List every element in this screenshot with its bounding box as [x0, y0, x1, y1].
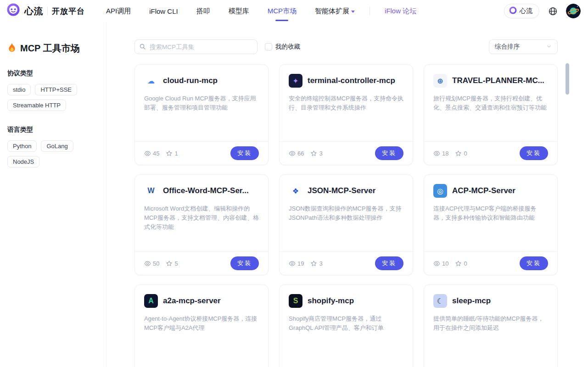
filter-tag-golang[interactable]: GoLang: [41, 140, 73, 152]
filter-sidebar: MCP 工具市场 协议类型 stdioHTTP+SSEStreamable HT…: [0, 22, 106, 367]
filter-tag-nodejs[interactable]: NodeJS: [7, 156, 39, 167]
chevron-down-icon: [546, 44, 552, 50]
mcp-card-name: cloud-run-mcp: [163, 76, 218, 85]
mcp-card-description: 连接ACP代理与MCP客户端的桥接服务器，支持多种传输协议和智能路由功能: [433, 204, 548, 222]
mcp-card-terminal-controller-mcp[interactable]: ✦ terminal-controller-mcp 安全的终端控制器MCP服务器…: [279, 64, 413, 165]
mcp-card-description: JSON数据查询和操作的MCP服务器，支持JSONPath语法和多种数据处理操作: [289, 204, 403, 222]
office-word-logo-icon: W: [144, 184, 158, 198]
nav-item-label: API调用: [106, 7, 131, 16]
install-button[interactable]: 安装: [520, 146, 548, 160]
stars-stat[interactable]: 0: [455, 260, 467, 267]
iflow-account-button[interactable]: 心流: [504, 4, 539, 18]
stars-stat[interactable]: 5: [166, 260, 178, 267]
install-button[interactable]: 安装: [375, 256, 403, 270]
sort-dropdown[interactable]: 综合排序: [489, 39, 558, 54]
install-button[interactable]: 安装: [520, 256, 548, 270]
nav-item-label: MCP市场: [268, 7, 297, 16]
favorites-label: 我的收藏: [275, 43, 300, 51]
brand-divider: [47, 7, 48, 15]
mcp-card-sleep-mcp[interactable]: ☾ sleep-mcp 提供简单的睡眠/等待功能的MCP服务器，用于在操作之间添…: [424, 284, 558, 367]
views-stat: 10: [433, 260, 448, 267]
terminal-controller-logo-icon: ✦: [289, 74, 302, 88]
mcp-card-acp-mcp-server[interactable]: ◎ ACP-MCP-Server 连接ACP代理与MCP客户端的桥接服务器，支持…: [424, 174, 558, 275]
mcp-card-office-word-mcp-ser-[interactable]: W Office-Word-MCP-Ser... Microsoft Word文…: [134, 174, 269, 275]
stars-stat[interactable]: 3: [310, 150, 322, 157]
nav-item-api[interactable]: API调用: [106, 0, 131, 22]
json-mcp-logo-icon: ❖: [289, 184, 302, 198]
stars-stat[interactable]: 1: [166, 150, 178, 157]
flame-icon: [7, 42, 17, 55]
mcp-card-footer: 19 3 安装: [280, 251, 413, 275]
mcp-card-description: 旅行规划MCP服务器，支持行程创建、优化、景点搜索、交通查询和住宿预订等功能: [433, 94, 548, 112]
mcp-market-content: 我的收藏 综合排序 ☁ cloud-run-mcp Google Cloud R…: [106, 22, 588, 367]
mcp-card-name: Office-Word-MCP-Ser...: [163, 186, 249, 195]
forum-link[interactable]: iFlow 论坛: [385, 7, 416, 16]
brand[interactable]: 心流 开放平台: [6, 3, 85, 19]
filter-section: 语言类型 PythonGoLangNodeJS: [7, 126, 100, 167]
filter-tag-python[interactable]: Python: [7, 140, 37, 152]
mcp-card-shopify-mcp[interactable]: S shopify-mcp Shopify商店管理MCP服务器，通过GraphQ…: [279, 284, 413, 367]
acp-mcp-logo-icon: ◎: [433, 184, 447, 198]
toolbar: 我的收藏 综合排序: [134, 39, 558, 54]
mcp-card-footer: 66 3 安装: [280, 141, 413, 165]
nav-item-iflow-cli[interactable]: iFlow CLI: [149, 0, 178, 22]
filter-tag-list: stdioHTTP+SSEStreamable HTTP: [7, 84, 100, 111]
filter-tag-stdio[interactable]: stdio: [7, 84, 31, 95]
main-nav: API调用 iFlow CLI 搭叩 模型库 MCP市场 智能体扩展: [106, 0, 355, 22]
nav-item-models[interactable]: 模型库: [229, 0, 249, 22]
mcp-card-name: sleep-mcp: [452, 296, 491, 306]
mcp-card-grid: ☁ cloud-run-mcp Google Cloud Run MCP服务器，…: [134, 64, 588, 367]
install-button[interactable]: 安装: [375, 146, 403, 160]
language-globe-icon[interactable]: [547, 5, 559, 17]
page-title: MCP 工具市场: [7, 42, 100, 55]
mcp-card-name: ACP-MCP-Server: [452, 186, 515, 195]
eye-icon: [144, 150, 151, 157]
star-icon: [455, 260, 462, 267]
scrollbar-thumb[interactable]: [566, 63, 569, 95]
favorites-checkbox[interactable]: [265, 43, 272, 50]
mcp-card-footer: 45 1 安装: [135, 141, 268, 165]
filter-section: 协议类型 stdioHTTP+SSEStreamable HTTP: [7, 69, 100, 111]
filter-sections: 协议类型 stdioHTTP+SSEStreamable HTTP 语言类型 P…: [7, 69, 100, 167]
iflow-logo-icon: [6, 3, 20, 19]
top-navigation-bar: 心流 开放平台 API调用 iFlow CLI 搭叩 模型库 MCP市场 智能体…: [0, 0, 588, 22]
nav-item-agents[interactable]: 智能体扩展: [315, 0, 355, 22]
star-icon: [310, 260, 317, 267]
star-icon: [310, 150, 317, 157]
user-avatar[interactable]: [566, 4, 581, 18]
search-icon: [139, 43, 146, 52]
mcp-card-description: Agent-to-Agent协议桥接MCP服务器，连接MCP客户端与A2A代理: [144, 314, 259, 333]
login-pill-label: 心流: [520, 7, 532, 15]
stars-stat[interactable]: 0: [455, 150, 467, 157]
favorites-filter[interactable]: 我的收藏: [265, 43, 300, 51]
chevron-down-icon: [351, 11, 355, 13]
mcp-card-json-mcp-server[interactable]: ❖ JSON-MCP-Server JSON数据查询和操作的MCP服务器，支持J…: [279, 174, 413, 275]
mcp-card-travel-planner-mc-[interactable]: ⊕ TRAVEL-PLANNER-MC... 旅行规划MCP服务器，支持行程创建…: [424, 64, 558, 165]
mcp-card-cloud-run-mcp[interactable]: ☁ cloud-run-mcp Google Cloud Run MCP服务器，…: [134, 64, 269, 165]
nav-item-dakou[interactable]: 搭叩: [196, 0, 210, 22]
cloud-run-logo-icon: ☁: [144, 74, 158, 88]
mcp-card-description: Microsoft Word文档创建、编辑和操作的MCP服务器，支持文档管理、内…: [144, 204, 259, 232]
shopify-logo-icon: S: [289, 294, 302, 308]
views-stat: 45: [144, 150, 159, 157]
eye-icon: [289, 260, 296, 267]
nav-item-label: iFlow CLI: [149, 7, 178, 15]
views-stat: 19: [289, 260, 304, 267]
a2a-logo-icon: A: [144, 294, 158, 308]
mcp-card-description: 提供简单的睡眠/等待功能的MCP服务器，用于在操作之间添加延迟: [433, 314, 548, 333]
install-button[interactable]: 安装: [230, 256, 259, 270]
eye-icon: [433, 150, 440, 157]
mcp-card-a2a-mcp-server[interactable]: A a2a-mcp-server Agent-to-Agent协议桥接MCP服务…: [134, 284, 269, 367]
install-button[interactable]: 安装: [230, 146, 259, 160]
star-icon: [166, 260, 173, 267]
nav-item-mcp-market[interactable]: MCP市场: [268, 0, 297, 22]
eye-icon: [289, 150, 296, 157]
nav-divider: [370, 7, 370, 15]
mcp-card-description: 安全的终端控制器MCP服务器，支持命令执行、目录管理和文件系统操作: [289, 94, 403, 112]
search-input[interactable]: [134, 39, 258, 54]
filter-tag-http-sse[interactable]: HTTP+SSE: [35, 84, 77, 95]
stars-stat[interactable]: 3: [310, 260, 322, 267]
mcp-card-name: terminal-controller-mcp: [308, 76, 395, 85]
filter-tag-streamable-http[interactable]: Streamable HTTP: [7, 100, 66, 111]
sleep-logo-icon: ☾: [433, 294, 447, 308]
